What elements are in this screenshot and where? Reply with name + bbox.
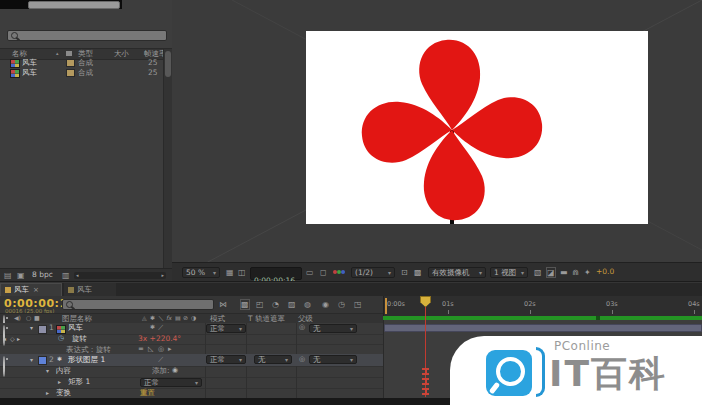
project-item-row[interactable]: 风车 合成 25 [0, 58, 163, 68]
parent-pickwhip-icon[interactable]: ◎ [299, 355, 305, 363]
snapshot-icon[interactable]: ▭ [306, 267, 314, 278]
trkmat-dropdown[interactable]: 无▾ [254, 355, 292, 364]
resolution-dropdown[interactable]: (1/2)▾ [351, 267, 395, 278]
project-search-input[interactable] [7, 30, 167, 41]
parent-dropdown[interactable]: 无▾ [309, 324, 357, 333]
rotation-property-row[interactable]: ◂ ◇ ▸ ◷ 旋转 3x +220.4° [0, 334, 383, 344]
project-item-row[interactable]: 风车 合成 25 [0, 68, 163, 78]
bit-depth-button[interactable]: 8 bpc [32, 270, 53, 280]
twirl-icon[interactable]: ▾ [30, 356, 33, 363]
quality-switch-icon[interactable]: ／ [158, 355, 164, 364]
add-label[interactable]: 添加: [152, 366, 170, 376]
motion-blur-icon[interactable]: ◍ [304, 299, 311, 310]
auto-keyframe-icon[interactable]: ◷ [338, 299, 345, 310]
expression-row[interactable]: 表达式：旋转 = ◺ ◎ ▸ [0, 344, 383, 354]
twirl-icon[interactable]: ▾ [46, 367, 49, 374]
brainstorm-icon[interactable]: ◉ [322, 299, 329, 310]
timeline-tab[interactable]: 风车 [64, 283, 116, 296]
show-snapshot-icon[interactable]: ◻ [320, 267, 327, 278]
search-icon [11, 32, 18, 39]
tab-label: 风车 [14, 285, 29, 295]
scroll-left-icon[interactable]: ◂ [76, 272, 79, 278]
enable-expression-icon[interactable]: = [138, 345, 144, 353]
transparency-grid-icon[interactable]: ▩ [414, 267, 422, 278]
twirl-icon[interactable]: ▸ [46, 389, 49, 396]
hide-shy-icon[interactable]: ◔ [272, 299, 279, 310]
parent-pickwhip-icon[interactable]: ◎ [299, 323, 305, 331]
grid-guides-icon[interactable]: ▦ [226, 267, 234, 278]
scrollbar-thumb[interactable] [165, 51, 171, 77]
transform-row[interactable]: ▸ 变换 重置 [0, 388, 383, 398]
camera-view-dropdown[interactable]: 有效摄像机▾ [428, 267, 486, 278]
project-hscrollbar[interactable]: ◂ ▸ [74, 272, 166, 279]
frame-blend-icon[interactable]: ▨ [288, 299, 296, 310]
expression-graph-icon[interactable]: ◺ [148, 345, 153, 353]
layer-name[interactable]: 形状图层 1 [68, 355, 105, 365]
region-of-interest-icon[interactable]: ⊡ [401, 267, 408, 278]
close-icon[interactable]: × [33, 286, 39, 294]
shape-blend-mode-dropdown[interactable]: 正常▾ [140, 378, 202, 387]
comp-tab-icon [5, 287, 11, 293]
pixel-aspect-icon[interactable]: ▧ [534, 267, 542, 278]
timeline-tab-active[interactable]: 风车 × [0, 283, 62, 296]
watermark-bracket [536, 347, 545, 397]
project-scrollbar[interactable] [163, 49, 172, 268]
shape-group-name[interactable]: 矩形 1 [68, 377, 90, 387]
watermark-panel: PConline IT百科 [450, 336, 702, 405]
item-type: 合成 [78, 68, 93, 78]
composition-canvas[interactable] [306, 31, 648, 224]
channels-icon[interactable] [333, 270, 346, 276]
adjustment-header-icon: ◑ [191, 314, 196, 321]
add-menu-icon[interactable]: ◉ [172, 366, 178, 374]
label-column-icon[interactable] [66, 51, 72, 56]
fast-previews-icon[interactable]: ◪ [546, 267, 556, 278]
magnification-dropdown[interactable]: 50 %▾ [182, 267, 220, 278]
contents-row[interactable]: ▾ 内容 添加: ◉ [0, 366, 383, 377]
timeline-button-icon[interactable]: ▬ [560, 267, 568, 278]
draft3d-icon[interactable]: ◰ [256, 299, 264, 310]
label-color-swatch[interactable] [66, 59, 75, 67]
flowchart-icon[interactable]: ⋒ [572, 267, 579, 278]
layer-row-1[interactable]: ▾ 1 风车 ✱ ／ 正常▾ ◎ 无▾ [0, 323, 383, 334]
transform-label[interactable]: 变换 [56, 388, 71, 398]
panel-drag-handle[interactable] [28, 1, 120, 9]
property-name[interactable]: 旋转 [72, 334, 87, 344]
layer-name[interactable]: 风车 [68, 323, 83, 333]
blend-mode-dropdown[interactable]: 正常▾ [206, 324, 246, 333]
expression-pickwhip-icon[interactable]: ◎ [158, 345, 164, 353]
exposure-value[interactable]: +0.0 [596, 267, 614, 277]
twirl-icon[interactable]: ▸ [58, 378, 61, 385]
expression-menu-icon[interactable]: ▸ [168, 345, 172, 353]
mask-visibility-icon[interactable]: ◫ [238, 267, 246, 278]
reset-exposure-icon[interactable]: ✦ [584, 267, 591, 278]
collapse-switch-icon[interactable]: ✱ [150, 323, 155, 330]
add-keyframe-icon[interactable]: ◇ [10, 335, 15, 342]
interpret-footage-icon[interactable]: ▤ [4, 270, 12, 281]
new-folder-icon[interactable]: ▣ [17, 270, 25, 281]
mini-flowchart-icon[interactable]: ⋈ [219, 299, 227, 310]
rotation-value[interactable]: 3x +220.4° [138, 334, 181, 344]
layer-row-2[interactable]: ▾ 2 ✱ 形状图层 1 ／ 正常▾ 无▾ ◎ 无▾ [0, 354, 383, 366]
layer1-duration-bar[interactable] [384, 324, 702, 332]
work-area-start-handle[interactable] [385, 298, 387, 314]
graph-editor-icon[interactable]: ◳ [354, 299, 362, 310]
rect1-row[interactable]: ▸ 矩形 1 正常▾ [0, 377, 383, 388]
composition-marker-icon[interactable]: ▩ [240, 299, 250, 310]
trash-icon[interactable]: ▥ [62, 270, 70, 281]
scroll-right-icon[interactable]: ▸ [161, 272, 164, 278]
view-layout-dropdown[interactable]: 1 视图▾ [490, 267, 528, 278]
blend-mode-dropdown[interactable]: 正常▾ [206, 355, 246, 364]
group-name[interactable]: 内容 [56, 366, 71, 376]
stopwatch-icon[interactable]: ◷ [58, 334, 64, 342]
twirl-icon[interactable]: ▾ [30, 324, 33, 331]
reset-link[interactable]: 重置 [140, 388, 155, 398]
quality-switch-icon[interactable]: ／ [158, 323, 164, 332]
label-color-swatch[interactable] [66, 69, 75, 77]
next-keyframe-icon[interactable]: ▸ [17, 335, 20, 342]
preview-time-field[interactable]: 0:00:00:16 [250, 267, 302, 280]
layer-label-swatch[interactable] [38, 356, 47, 365]
timeline-search-input[interactable] [62, 299, 214, 310]
layer-label-swatch[interactable] [38, 325, 47, 334]
parent-dropdown[interactable]: 无▾ [309, 355, 357, 364]
prev-keyframe-icon[interactable]: ◂ [3, 335, 6, 342]
